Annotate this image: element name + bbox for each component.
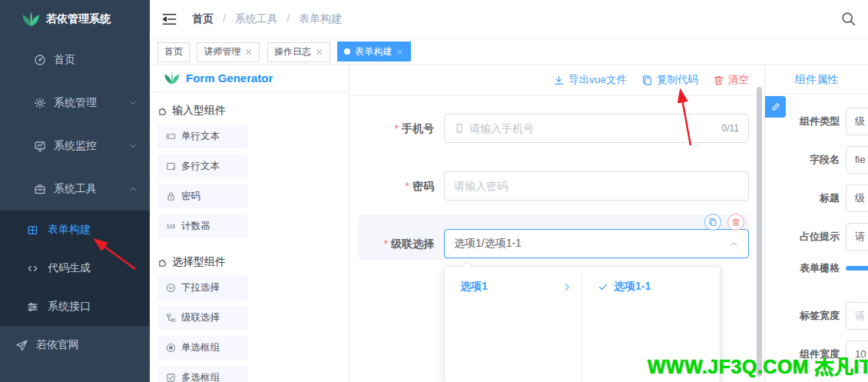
cascader-option-1-1[interactable]: 选项1-1	[582, 274, 720, 300]
delete-component-button[interactable]	[727, 214, 744, 231]
copy-icon	[708, 218, 717, 227]
sidebar-item-official-site[interactable]: 若依官网	[0, 326, 150, 364]
section-title: 输入型组件	[172, 104, 226, 118]
prop-label-field-name: 字段名	[765, 146, 840, 174]
sidebar-item-system-monitor[interactable]: 系统监控	[0, 125, 150, 168]
component-item-password[interactable]: 密码	[157, 184, 248, 208]
tab-lecturer-mgmt[interactable]: 讲师管理	[197, 42, 260, 62]
tab-component-properties[interactable]: 组件属性	[765, 65, 868, 94]
phone-icon	[454, 123, 465, 134]
duplicate-component-button[interactable]	[704, 214, 721, 231]
sidebar-item-home[interactable]: 首页	[0, 38, 150, 81]
phone-field-label: *手机号	[350, 114, 434, 143]
sidebar-item-label: 系统接口	[48, 300, 91, 314]
breadcrumb-form-builder: 表单构建	[299, 12, 342, 25]
section-input-components: 输入型组件	[157, 104, 341, 118]
cascader-option-1[interactable]: 选项1	[445, 274, 581, 300]
sidebar-item-label: 系统工具	[54, 182, 97, 196]
sidebar-item-system-api[interactable]: 系统接口	[0, 287, 150, 326]
form-grid-slider[interactable]	[846, 266, 868, 271]
tab-label: 首页	[164, 45, 183, 58]
cascade-icon	[166, 313, 176, 323]
sidebar-item-system-mgmt[interactable]: 系统管理	[0, 81, 150, 125]
tab-operation-log[interactable]: 操作日志	[267, 42, 330, 62]
prop-input-title[interactable]: 级	[846, 184, 868, 212]
toolbox-icon	[34, 183, 46, 195]
download-icon	[553, 75, 565, 86]
tab-label: 表单构建	[355, 45, 392, 58]
puzzle-icon	[157, 105, 169, 117]
app-logo[interactable]: 若依管理系统	[0, 0, 150, 38]
component-item-cascader[interactable]: 级联选择	[157, 306, 248, 330]
component-item-single-text[interactable]: 单行文本	[157, 125, 248, 148]
sidebar-item-form-builder[interactable]: 表单构建	[0, 211, 150, 249]
section-title: 选择型组件	[172, 255, 226, 269]
breadcrumb-separator: /	[223, 12, 226, 25]
sidebar-item-system-tools[interactable]: 系统工具	[0, 168, 150, 211]
component-item-select[interactable]: 下拉选择	[157, 276, 248, 300]
page-content: Form Generator 输入型组件 单行文本 多行文本 密码 123计数器…	[150, 65, 868, 382]
char-counter: 0/11	[722, 123, 739, 134]
component-item-multi-text[interactable]: 多行文本	[157, 154, 248, 178]
input-icon	[166, 131, 176, 141]
option-label: 选项1	[460, 280, 562, 294]
sidebar-item-label: 系统监控	[54, 139, 97, 153]
properties-panel: 组件属性 组件类型 级 字段名 fie 标题 级 占位提示 请 表单栅格 标签宽…	[764, 65, 868, 382]
phone-input[interactable]: 0/11	[444, 114, 749, 143]
sidebar-item-label: 系统管理	[54, 96, 97, 110]
button-label: 清空	[728, 73, 749, 87]
component-palette: Form Generator 输入型组件 单行文本 多行文本 密码 123计数器…	[150, 65, 350, 382]
search-icon[interactable]	[840, 11, 856, 27]
chevron-down-icon	[128, 141, 137, 151]
topbar: 首页 / 系统工具 / 表单构建	[150, 0, 868, 38]
sidebar-item-label: 代码生成	[48, 261, 91, 275]
cascader-field-label: *级联选择	[350, 229, 434, 258]
prop-label-title: 标题	[765, 184, 840, 212]
tab-form-builder[interactable]: 表单构建	[337, 42, 411, 61]
prop-input-field-name[interactable]: fie	[846, 146, 868, 174]
field-label-text: 手机号	[402, 122, 434, 135]
required-mark: *	[406, 180, 409, 192]
prop-label-form-grid: 表单栅格	[765, 254, 840, 282]
password-input-field[interactable]	[454, 180, 739, 192]
trash-icon	[713, 75, 724, 86]
phone-input-field[interactable]	[469, 122, 717, 135]
component-label: 单行文本	[181, 130, 220, 143]
breadcrumb-home[interactable]: 首页	[192, 12, 214, 25]
prop-input-component-type[interactable]: 级	[846, 108, 868, 135]
close-icon[interactable]	[315, 48, 323, 56]
clear-button[interactable]: 清空	[713, 73, 749, 87]
component-item-radio-group[interactable]: 单选框组	[157, 336, 248, 360]
section-select-components: 选择型组件	[157, 255, 341, 269]
trash-icon	[731, 218, 740, 227]
password-input[interactable]	[444, 171, 749, 201]
check-icon	[598, 281, 608, 292]
copy-icon	[641, 75, 653, 86]
sidebar-item-code-gen[interactable]: 代码生成	[0, 249, 150, 287]
vertical-scrollbar[interactable]	[757, 87, 762, 377]
code-icon	[27, 263, 38, 274]
component-item-counter[interactable]: 123计数器	[157, 214, 248, 238]
breadcrumb-system-tools[interactable]: 系统工具	[235, 12, 278, 25]
board-toolbar: 导出vue文件 复制代码 清空	[350, 65, 764, 96]
component-label: 多选框组	[181, 371, 220, 382]
export-vue-button[interactable]: 导出vue文件	[553, 73, 627, 87]
copy-code-button[interactable]: 复制代码	[641, 73, 698, 87]
sidebar-item-label: 首页	[54, 53, 75, 67]
sidebar-item-label: 若依官网	[36, 338, 79, 352]
sidebar-submenu: 表单构建 代码生成 系统接口	[0, 211, 150, 326]
prop-label-label-width: 标签宽度	[765, 302, 840, 330]
close-icon[interactable]	[396, 48, 404, 56]
hamburger-icon[interactable]	[161, 12, 177, 27]
component-label: 密码	[181, 190, 200, 203]
leaf-icon	[22, 10, 40, 28]
chevron-down-icon	[128, 98, 137, 108]
tab-home[interactable]: 首页	[157, 42, 190, 62]
component-item-checkbox-group[interactable]: 多选框组	[157, 366, 248, 382]
close-icon[interactable]	[244, 48, 253, 56]
prop-input-label-width[interactable]: 请	[846, 302, 868, 330]
cascader-level1: 选项1	[445, 267, 582, 382]
prop-input-placeholder[interactable]: 请	[846, 223, 868, 251]
cascader-input[interactable]: 选项1/选项1-1	[444, 229, 749, 258]
button-label: 复制代码	[657, 73, 698, 87]
